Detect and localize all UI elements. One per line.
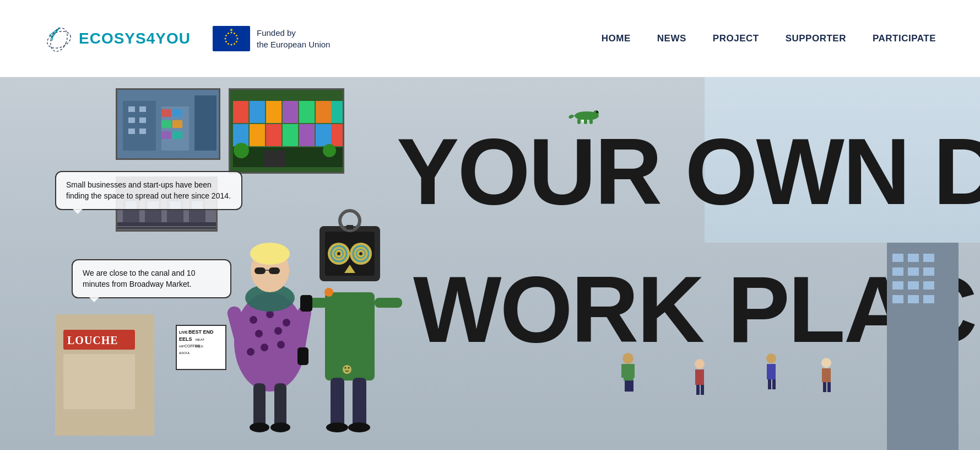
svg-point-126 xyxy=(622,353,634,364)
svg-rect-113 xyxy=(55,314,154,436)
svg-rect-45 xyxy=(266,124,281,146)
svg-rect-131 xyxy=(629,381,634,392)
svg-rect-25 xyxy=(139,117,146,123)
svg-rect-164 xyxy=(584,119,587,124)
svg-marker-102 xyxy=(344,265,355,273)
svg-marker-162 xyxy=(589,120,592,123)
svg-text:EELS: EELS xyxy=(179,336,192,342)
eu-badge: Funded by the European Union xyxy=(213,26,330,51)
svg-rect-46 xyxy=(283,124,298,146)
svg-point-2 xyxy=(45,28,73,51)
svg-point-75 xyxy=(261,344,268,351)
svg-rect-104 xyxy=(346,225,353,229)
hero-background: Small businesses and start-ups have been… xyxy=(0,77,980,450)
nav-supporter[interactable]: SUPPORTER xyxy=(786,33,846,44)
svg-text:WORK PLACE: WORK PLACE xyxy=(413,257,980,362)
site-header: ECOSYS4YOU xyxy=(0,0,980,77)
svg-rect-129 xyxy=(629,364,635,378)
svg-text:&SOUL: &SOUL xyxy=(179,351,191,355)
svg-rect-43 xyxy=(233,124,248,146)
nav-participate[interactable]: PARTICIPATE xyxy=(873,33,936,44)
svg-rect-21 xyxy=(194,95,216,151)
svg-rect-107 xyxy=(375,298,402,308)
svg-rect-163 xyxy=(577,119,581,124)
svg-text:HIP: HIP xyxy=(179,345,185,348)
svg-rect-117 xyxy=(176,325,226,369)
nav-news[interactable]: NEWS xyxy=(657,33,686,44)
svg-rect-85 xyxy=(291,306,312,351)
eu-funded-text: Funded by the European Union xyxy=(257,27,330,50)
svg-rect-139 xyxy=(772,379,776,389)
svg-point-70 xyxy=(250,316,257,324)
svg-point-12 xyxy=(230,44,232,45)
svg-point-52 xyxy=(234,143,249,158)
svg-text:LIVE: LIVE xyxy=(179,330,188,334)
svg-point-90 xyxy=(270,422,290,432)
svg-point-100 xyxy=(356,249,365,258)
logo-text: ECOSYS4YOU xyxy=(79,30,191,47)
nav-home[interactable]: HOME xyxy=(602,33,631,44)
svg-point-9 xyxy=(236,38,238,39)
speech-bubble-2-wrap: We are close to the canal and 10 minutes… xyxy=(72,259,231,304)
svg-point-11 xyxy=(234,43,235,45)
nav-project[interactable]: PROJECT xyxy=(713,33,759,44)
svg-rect-36 xyxy=(233,101,248,123)
svg-point-76 xyxy=(277,341,285,349)
svg-rect-93 xyxy=(325,232,375,276)
svg-rect-156 xyxy=(923,295,934,303)
svg-point-99 xyxy=(353,246,369,261)
svg-point-6 xyxy=(230,31,232,33)
svg-point-101 xyxy=(359,252,362,255)
svg-point-103 xyxy=(340,211,360,231)
svg-point-157 xyxy=(575,111,599,120)
svg-rect-149 xyxy=(908,267,919,276)
svg-point-140 xyxy=(821,358,831,368)
svg-point-111 xyxy=(326,422,348,432)
svg-rect-87 xyxy=(253,383,266,427)
site-logo[interactable]: ECOSYS4YOU xyxy=(44,23,191,53)
svg-rect-110 xyxy=(353,378,366,427)
speech-bubble-1: Small businesses and start-ups have been… xyxy=(55,171,242,210)
svg-rect-146 xyxy=(908,254,919,262)
svg-rect-155 xyxy=(908,295,919,303)
svg-text:LOUCHE: LOUCHE xyxy=(67,334,118,346)
svg-point-14 xyxy=(225,41,227,42)
svg-point-7 xyxy=(234,33,235,34)
svg-point-166 xyxy=(343,365,351,374)
svg-point-15 xyxy=(224,38,226,39)
svg-rect-40 xyxy=(299,101,315,123)
svg-rect-138 xyxy=(768,379,771,389)
photo-tile-1 xyxy=(116,88,220,160)
svg-rect-135 xyxy=(701,385,704,395)
logo-icon xyxy=(44,23,74,53)
svg-point-8 xyxy=(236,35,237,36)
svg-rect-128 xyxy=(621,364,627,378)
svg-rect-26 xyxy=(128,128,135,134)
svg-point-97 xyxy=(334,249,343,258)
svg-rect-91 xyxy=(325,292,375,381)
svg-rect-154 xyxy=(892,295,903,303)
svg-rect-145 xyxy=(892,254,903,262)
svg-rect-27 xyxy=(139,128,146,134)
svg-rect-108 xyxy=(300,295,312,312)
svg-point-71 xyxy=(266,310,274,318)
svg-rect-114 xyxy=(63,330,135,350)
svg-rect-144 xyxy=(887,243,959,450)
svg-point-89 xyxy=(250,422,269,432)
svg-point-167 xyxy=(345,367,346,369)
svg-rect-142 xyxy=(823,382,826,392)
svg-rect-134 xyxy=(696,385,700,395)
svg-point-13 xyxy=(228,43,229,45)
svg-point-94 xyxy=(328,243,350,265)
svg-rect-88 xyxy=(274,383,286,427)
svg-point-10 xyxy=(236,41,237,42)
svg-rect-42 xyxy=(331,101,343,123)
svg-point-95 xyxy=(350,243,372,265)
svg-rect-137 xyxy=(767,364,776,379)
svg-rect-38 xyxy=(266,101,281,123)
svg-marker-161 xyxy=(585,120,588,123)
svg-rect-37 xyxy=(250,101,265,123)
svg-rect-80 xyxy=(255,267,266,274)
svg-point-69 xyxy=(234,292,306,392)
svg-rect-153 xyxy=(923,281,934,290)
